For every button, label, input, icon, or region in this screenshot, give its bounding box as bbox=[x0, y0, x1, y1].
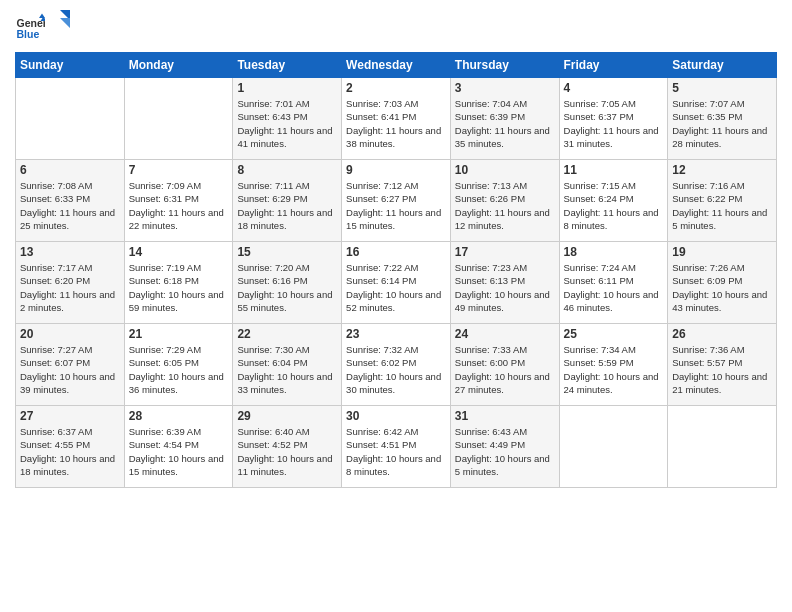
calendar-cell: 23Sunrise: 7:32 AMSunset: 6:02 PMDayligh… bbox=[342, 324, 451, 406]
day-header-saturday: Saturday bbox=[668, 53, 777, 78]
day-header-wednesday: Wednesday bbox=[342, 53, 451, 78]
header: General Blue bbox=[15, 10, 777, 44]
day-number: 30 bbox=[346, 409, 446, 423]
calendar-cell: 29Sunrise: 6:40 AMSunset: 4:52 PMDayligh… bbox=[233, 406, 342, 488]
day-number: 6 bbox=[20, 163, 120, 177]
calendar-cell: 2Sunrise: 7:03 AMSunset: 6:41 PMDaylight… bbox=[342, 78, 451, 160]
calendar-cell: 7Sunrise: 7:09 AMSunset: 6:31 PMDaylight… bbox=[124, 160, 233, 242]
calendar-cell bbox=[559, 406, 668, 488]
cell-content: Sunrise: 7:32 AMSunset: 6:02 PMDaylight:… bbox=[346, 343, 446, 396]
calendar-cell: 26Sunrise: 7:36 AMSunset: 5:57 PMDayligh… bbox=[668, 324, 777, 406]
calendar-cell: 6Sunrise: 7:08 AMSunset: 6:33 PMDaylight… bbox=[16, 160, 125, 242]
cell-content: Sunrise: 7:01 AMSunset: 6:43 PMDaylight:… bbox=[237, 97, 337, 150]
day-number: 1 bbox=[237, 81, 337, 95]
day-number: 25 bbox=[564, 327, 664, 341]
calendar-cell: 5Sunrise: 7:07 AMSunset: 6:35 PMDaylight… bbox=[668, 78, 777, 160]
cell-content: Sunrise: 6:39 AMSunset: 4:54 PMDaylight:… bbox=[129, 425, 229, 478]
calendar-cell bbox=[124, 78, 233, 160]
cell-content: Sunrise: 7:09 AMSunset: 6:31 PMDaylight:… bbox=[129, 179, 229, 232]
cell-content: Sunrise: 7:26 AMSunset: 6:09 PMDaylight:… bbox=[672, 261, 772, 314]
day-number: 10 bbox=[455, 163, 555, 177]
week-row-1: 1Sunrise: 7:01 AMSunset: 6:43 PMDaylight… bbox=[16, 78, 777, 160]
cell-content: Sunrise: 6:40 AMSunset: 4:52 PMDaylight:… bbox=[237, 425, 337, 478]
day-number: 8 bbox=[237, 163, 337, 177]
day-number: 7 bbox=[129, 163, 229, 177]
day-number: 18 bbox=[564, 245, 664, 259]
day-number: 22 bbox=[237, 327, 337, 341]
day-number: 4 bbox=[564, 81, 664, 95]
cell-content: Sunrise: 7:15 AMSunset: 6:24 PMDaylight:… bbox=[564, 179, 664, 232]
day-number: 3 bbox=[455, 81, 555, 95]
day-number: 23 bbox=[346, 327, 446, 341]
day-number: 11 bbox=[564, 163, 664, 177]
day-number: 16 bbox=[346, 245, 446, 259]
cell-content: Sunrise: 7:04 AMSunset: 6:39 PMDaylight:… bbox=[455, 97, 555, 150]
day-header-tuesday: Tuesday bbox=[233, 53, 342, 78]
day-number: 20 bbox=[20, 327, 120, 341]
cell-content: Sunrise: 6:43 AMSunset: 4:49 PMDaylight:… bbox=[455, 425, 555, 478]
cell-content: Sunrise: 7:24 AMSunset: 6:11 PMDaylight:… bbox=[564, 261, 664, 314]
day-number: 15 bbox=[237, 245, 337, 259]
day-number: 19 bbox=[672, 245, 772, 259]
cell-content: Sunrise: 7:27 AMSunset: 6:07 PMDaylight:… bbox=[20, 343, 120, 396]
cell-content: Sunrise: 7:30 AMSunset: 6:04 PMDaylight:… bbox=[237, 343, 337, 396]
calendar-cell: 27Sunrise: 6:37 AMSunset: 4:55 PMDayligh… bbox=[16, 406, 125, 488]
week-row-4: 20Sunrise: 7:27 AMSunset: 6:07 PMDayligh… bbox=[16, 324, 777, 406]
calendar-cell: 4Sunrise: 7:05 AMSunset: 6:37 PMDaylight… bbox=[559, 78, 668, 160]
day-number: 28 bbox=[129, 409, 229, 423]
cell-content: Sunrise: 7:11 AMSunset: 6:29 PMDaylight:… bbox=[237, 179, 337, 232]
calendar-cell: 19Sunrise: 7:26 AMSunset: 6:09 PMDayligh… bbox=[668, 242, 777, 324]
calendar-cell: 13Sunrise: 7:17 AMSunset: 6:20 PMDayligh… bbox=[16, 242, 125, 324]
calendar-cell: 24Sunrise: 7:33 AMSunset: 6:00 PMDayligh… bbox=[450, 324, 559, 406]
day-number: 27 bbox=[20, 409, 120, 423]
svg-text:Blue: Blue bbox=[17, 28, 40, 40]
day-number: 26 bbox=[672, 327, 772, 341]
day-number: 14 bbox=[129, 245, 229, 259]
calendar-cell: 16Sunrise: 7:22 AMSunset: 6:14 PMDayligh… bbox=[342, 242, 451, 324]
header-row: SundayMondayTuesdayWednesdayThursdayFrid… bbox=[16, 53, 777, 78]
cell-content: Sunrise: 6:37 AMSunset: 4:55 PMDaylight:… bbox=[20, 425, 120, 478]
cell-content: Sunrise: 7:03 AMSunset: 6:41 PMDaylight:… bbox=[346, 97, 446, 150]
day-number: 21 bbox=[129, 327, 229, 341]
week-row-2: 6Sunrise: 7:08 AMSunset: 6:33 PMDaylight… bbox=[16, 160, 777, 242]
cell-content: Sunrise: 7:08 AMSunset: 6:33 PMDaylight:… bbox=[20, 179, 120, 232]
cell-content: Sunrise: 7:22 AMSunset: 6:14 PMDaylight:… bbox=[346, 261, 446, 314]
svg-marker-2 bbox=[39, 14, 45, 19]
day-number: 29 bbox=[237, 409, 337, 423]
calendar-cell: 12Sunrise: 7:16 AMSunset: 6:22 PMDayligh… bbox=[668, 160, 777, 242]
cell-content: Sunrise: 7:07 AMSunset: 6:35 PMDaylight:… bbox=[672, 97, 772, 150]
day-header-sunday: Sunday bbox=[16, 53, 125, 78]
calendar-cell bbox=[16, 78, 125, 160]
calendar-cell: 18Sunrise: 7:24 AMSunset: 6:11 PMDayligh… bbox=[559, 242, 668, 324]
calendar-cell: 14Sunrise: 7:19 AMSunset: 6:18 PMDayligh… bbox=[124, 242, 233, 324]
cell-content: Sunrise: 7:33 AMSunset: 6:00 PMDaylight:… bbox=[455, 343, 555, 396]
calendar-cell: 1Sunrise: 7:01 AMSunset: 6:43 PMDaylight… bbox=[233, 78, 342, 160]
logo: General Blue bbox=[15, 10, 70, 44]
day-number: 31 bbox=[455, 409, 555, 423]
calendar-cell: 10Sunrise: 7:13 AMSunset: 6:26 PMDayligh… bbox=[450, 160, 559, 242]
calendar-table: SundayMondayTuesdayWednesdayThursdayFrid… bbox=[15, 52, 777, 488]
cell-content: Sunrise: 7:23 AMSunset: 6:13 PMDaylight:… bbox=[455, 261, 555, 314]
cell-content: Sunrise: 7:13 AMSunset: 6:26 PMDaylight:… bbox=[455, 179, 555, 232]
calendar-cell: 17Sunrise: 7:23 AMSunset: 6:13 PMDayligh… bbox=[450, 242, 559, 324]
cell-content: Sunrise: 7:29 AMSunset: 6:05 PMDaylight:… bbox=[129, 343, 229, 396]
cell-content: Sunrise: 7:20 AMSunset: 6:16 PMDaylight:… bbox=[237, 261, 337, 314]
day-number: 9 bbox=[346, 163, 446, 177]
calendar-cell: 22Sunrise: 7:30 AMSunset: 6:04 PMDayligh… bbox=[233, 324, 342, 406]
logo-icon: General Blue bbox=[15, 12, 45, 42]
cell-content: Sunrise: 7:12 AMSunset: 6:27 PMDaylight:… bbox=[346, 179, 446, 232]
day-number: 12 bbox=[672, 163, 772, 177]
svg-marker-5 bbox=[50, 18, 70, 28]
logo-arrow-icon bbox=[50, 10, 70, 40]
cell-content: Sunrise: 6:42 AMSunset: 4:51 PMDaylight:… bbox=[346, 425, 446, 478]
cell-content: Sunrise: 7:34 AMSunset: 5:59 PMDaylight:… bbox=[564, 343, 664, 396]
calendar-cell bbox=[668, 406, 777, 488]
calendar-cell: 9Sunrise: 7:12 AMSunset: 6:27 PMDaylight… bbox=[342, 160, 451, 242]
day-header-monday: Monday bbox=[124, 53, 233, 78]
cell-content: Sunrise: 7:19 AMSunset: 6:18 PMDaylight:… bbox=[129, 261, 229, 314]
calendar-cell: 8Sunrise: 7:11 AMSunset: 6:29 PMDaylight… bbox=[233, 160, 342, 242]
calendar-cell: 25Sunrise: 7:34 AMSunset: 5:59 PMDayligh… bbox=[559, 324, 668, 406]
cell-content: Sunrise: 7:36 AMSunset: 5:57 PMDaylight:… bbox=[672, 343, 772, 396]
calendar-cell: 31Sunrise: 6:43 AMSunset: 4:49 PMDayligh… bbox=[450, 406, 559, 488]
week-row-5: 27Sunrise: 6:37 AMSunset: 4:55 PMDayligh… bbox=[16, 406, 777, 488]
